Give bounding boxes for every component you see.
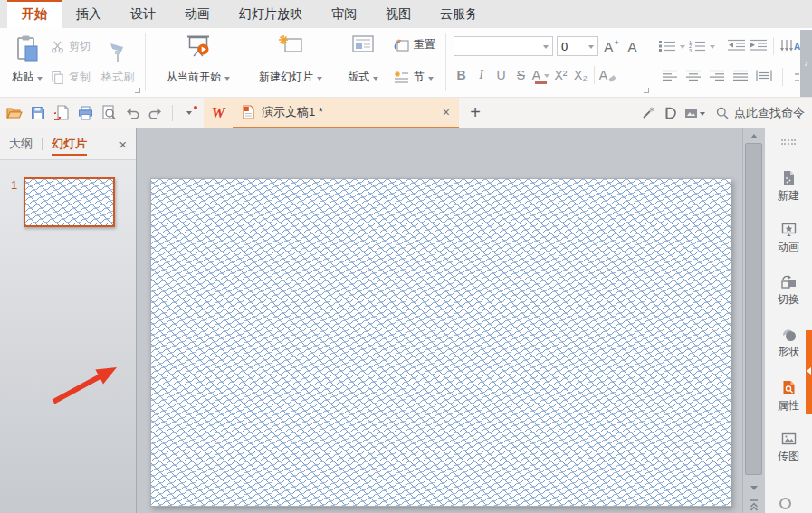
panel-close-icon[interactable]: × [119, 137, 127, 152]
task-sidebar: 新建 动画 切换 形状 属性 [765, 128, 812, 513]
scroll-down-button[interactable] [743, 480, 765, 495]
screenshot-caret[interactable] [700, 112, 705, 116]
scrollbar-thumb[interactable] [745, 143, 762, 475]
play-from-current-caret[interactable] [224, 77, 230, 81]
font-size-combo[interactable]: 0 [557, 36, 598, 56]
font-name-combo[interactable] [454, 36, 553, 56]
font-color-caret[interactable] [544, 74, 549, 78]
align-right-button[interactable] [709, 70, 725, 84]
sidebar-item-new[interactable]: 新建 [765, 170, 812, 204]
sidebar-label-properties: 属性 [778, 398, 799, 413]
thumbnail-pattern [25, 179, 113, 225]
tab-slideshow[interactable]: 幻灯片放映 [224, 0, 317, 28]
layout-caret[interactable] [373, 77, 378, 81]
wps-home-button[interactable]: W [204, 98, 233, 128]
ribbon-expand-strip[interactable]: › [800, 30, 812, 97]
vertical-scrollbar[interactable] [742, 128, 765, 513]
panel-tab-separator [42, 138, 43, 150]
print-button[interactable] [74, 102, 96, 124]
slides-group: 从当前开始 新建幻灯片 版式 [146, 28, 445, 97]
sidebar-item-transition[interactable]: 切换 [765, 275, 812, 308]
bullets-button[interactable] [658, 40, 685, 52]
customize-quickbar-button[interactable] [178, 102, 200, 124]
screenshot-button[interactable] [681, 102, 708, 124]
font-dialog-launcher[interactable] [644, 88, 649, 93]
align-left-button[interactable] [662, 70, 678, 84]
sidebar-item-animation[interactable]: 动画 [765, 223, 812, 255]
strikethrough-button[interactable]: S [511, 64, 530, 86]
sidebar-drag-handle[interactable] [781, 139, 796, 145]
italic-button[interactable]: I [472, 64, 491, 86]
play-from-current-label: 从当前开始 [167, 70, 221, 85]
superscript-button[interactable]: X² [551, 64, 570, 86]
increase-font-button[interactable]: A+ [602, 35, 621, 57]
decrease-indent-button[interactable] [727, 39, 746, 54]
panel-tab-outline[interactable]: 大纲 [9, 136, 33, 152]
underline-button[interactable]: U [492, 64, 511, 86]
export-pdf-button[interactable] [51, 102, 72, 124]
new-slide-button[interactable]: 新建幻灯片 [247, 30, 334, 91]
align-justify-button[interactable] [732, 70, 749, 84]
close-tab-icon[interactable]: × [443, 106, 450, 119]
slide-thumbnail[interactable] [24, 177, 115, 227]
bold-button[interactable]: B [452, 64, 471, 86]
paste-button[interactable]: 粘贴 [5, 30, 49, 91]
redo-button[interactable] [145, 102, 167, 124]
font-name-caret[interactable] [543, 45, 549, 49]
find-command-box[interactable]: 点此查找命令 [716, 105, 805, 121]
decrease-font-button[interactable]: A- [625, 35, 644, 57]
assistant-wand-button[interactable] [637, 102, 659, 124]
clear-format-button[interactable]: A [598, 64, 617, 86]
scroll-up-button[interactable] [743, 128, 765, 143]
bullets-caret[interactable] [680, 45, 685, 49]
tab-cloud[interactable]: 云服务 [425, 0, 492, 28]
new-document-icon [781, 170, 796, 185]
collapsed-pane-indicator[interactable] [806, 330, 812, 414]
save-button[interactable] [27, 102, 49, 124]
align-center-button[interactable] [685, 70, 702, 84]
clipboard-dialog-launcher[interactable] [135, 88, 140, 93]
new-tab-button[interactable]: + [459, 102, 492, 123]
previous-slide-button[interactable] [743, 497, 765, 513]
tab-animation[interactable]: 动画 [170, 0, 224, 28]
numbering-button[interactable]: 123 [688, 40, 715, 52]
paste-dropdown-caret[interactable] [37, 77, 43, 81]
copy-button[interactable]: 复制 [51, 70, 91, 85]
section-caret[interactable] [428, 77, 434, 81]
tab-review[interactable]: 审阅 [317, 0, 371, 28]
cut-button[interactable]: 剪切 [51, 39, 91, 54]
assistant-circle-button[interactable] [779, 498, 791, 509]
font-color-button[interactable]: A [531, 64, 550, 86]
new-slide-caret[interactable] [317, 77, 322, 81]
format-painter-button[interactable]: 格式刷 [94, 30, 141, 91]
subscript-label: X₂ [574, 68, 588, 82]
numbering-caret[interactable] [710, 45, 715, 49]
triangle-up-icon [750, 134, 758, 138]
tab-design[interactable]: 设计 [116, 0, 170, 28]
more-paragraph-buttons[interactable] [795, 73, 799, 81]
tab-view[interactable]: 视图 [371, 0, 425, 28]
increase-indent-button[interactable] [749, 39, 768, 54]
docer-button[interactable] [659, 102, 681, 124]
sidebar-item-upload-image[interactable]: 传图 [765, 432, 812, 464]
slide-canvas[interactable] [150, 178, 731, 507]
document-tab[interactable]: 演示文稿1 * × [233, 98, 459, 128]
tab-insert[interactable]: 插入 [62, 0, 116, 28]
align-right-icon [709, 70, 725, 81]
text-direction-button[interactable]: A [779, 38, 801, 55]
distribute-button[interactable] [756, 70, 772, 84]
open-file-button[interactable] [4, 102, 25, 124]
reset-icon [394, 38, 409, 52]
search-icon [716, 107, 729, 119]
print-preview-button[interactable] [98, 102, 119, 124]
undo-button[interactable] [121, 102, 143, 124]
panel-tab-slides[interactable]: 幻灯片 [52, 136, 87, 156]
reset-button[interactable]: 重置 [394, 37, 435, 52]
increase-font-sign: + [614, 38, 618, 47]
play-from-current-button[interactable]: 从当前开始 [153, 30, 244, 91]
tab-home[interactable]: 开始 [7, 0, 62, 28]
layout-button[interactable]: 版式 [338, 30, 388, 91]
font-size-caret[interactable] [588, 45, 594, 49]
subscript-button[interactable]: X₂ [571, 64, 590, 86]
section-button[interactable]: 节 [394, 70, 434, 85]
